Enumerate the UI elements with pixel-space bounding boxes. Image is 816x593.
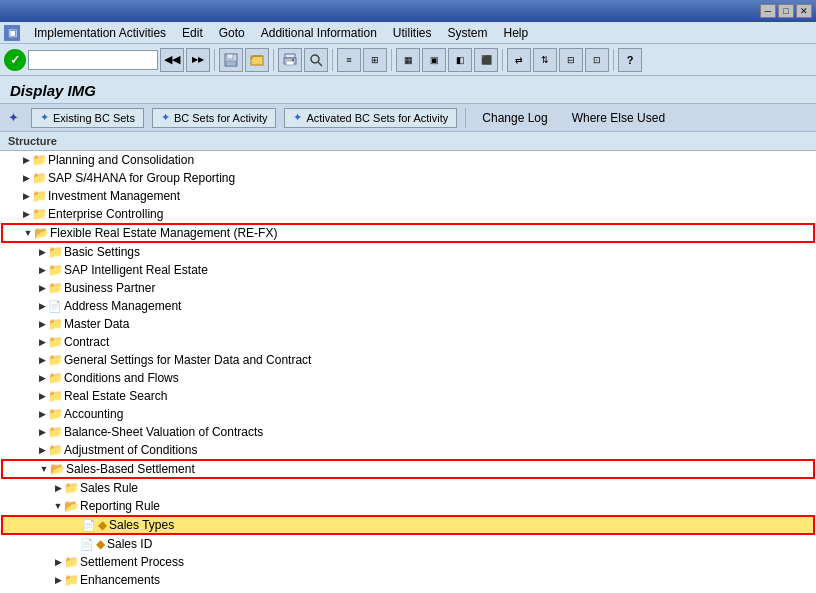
tree-item-salestypes[interactable]: 📄 ◆ Sales Types	[2, 516, 814, 534]
expand-icon: ▶	[36, 282, 48, 294]
item-label: Real Estate Search	[64, 389, 167, 403]
separator-3	[332, 49, 333, 71]
expand-icon: ▼	[22, 227, 34, 239]
where-else-used-link[interactable]: Where Else Used	[564, 111, 673, 125]
book-icon: 📂	[50, 462, 64, 476]
separator-1	[214, 49, 215, 71]
tree-item-investment[interactable]: ▶ 📁 Investment Management	[0, 187, 816, 205]
expand-icon: ▶	[20, 154, 32, 166]
book-icon: 📁	[32, 189, 46, 203]
expand-icon: ▶	[36, 336, 48, 348]
tree-item-s4hana[interactable]: ▶ 📁 SAP S/4HANA for Group Reporting	[0, 169, 816, 187]
close-btn[interactable]: ✕	[796, 4, 812, 18]
expand-icon: ▶	[36, 264, 48, 276]
book-icon: 📁	[48, 263, 62, 277]
tree-item-intelligent[interactable]: ▶ 📁 SAP Intelligent Real Estate	[0, 261, 816, 279]
bc-activity-btn[interactable]: ✦ BC Sets for Activity	[152, 108, 277, 128]
tree-item-conditions[interactable]: ▶ 📁 Conditions and Flows	[0, 369, 816, 387]
find-btn[interactable]	[304, 48, 328, 72]
tree-item-reportingrule[interactable]: ▼ 📂 Reporting Rule	[0, 497, 816, 515]
expand-icon: ▶	[36, 318, 48, 330]
menu-system[interactable]: System	[440, 24, 496, 42]
menu-help[interactable]: Help	[496, 24, 537, 42]
menu-implementation[interactable]: Implementation Activities	[26, 24, 174, 42]
tree-item-partner[interactable]: ▶ 📁 Business Partner	[0, 279, 816, 297]
tree-item-adjustment[interactable]: ▶ 📁 Adjustment of Conditions	[0, 441, 816, 459]
item-label: General Settings for Master Data and Con…	[64, 353, 311, 367]
tree-item-general[interactable]: ▶ 📁 General Settings for Master Data and…	[0, 351, 816, 369]
book-icon: 📁	[32, 153, 46, 167]
tree-item-basic[interactable]: ▶ 📁 Basic Settings	[0, 243, 816, 261]
tree-item-address[interactable]: ▶ 📄 Address Management	[0, 297, 816, 315]
svg-point-7	[292, 59, 294, 61]
print-btn[interactable]	[278, 48, 302, 72]
tree-item-enterprise[interactable]: ▶ 📁 Enterprise Controlling	[0, 205, 816, 223]
open-btn[interactable]	[245, 48, 269, 72]
btn-2[interactable]: ⊞	[363, 48, 387, 72]
tree-container[interactable]: ▶ 📁 Planning and Consolidation ▶ 📁 SAP S…	[0, 151, 816, 593]
book-icon: 📁	[48, 425, 62, 439]
nav-prev-btn[interactable]: ◀◀	[160, 48, 184, 72]
expand-icon: ▶	[36, 354, 48, 366]
save-btn[interactable]	[219, 48, 243, 72]
expand-icon: ▶	[52, 556, 64, 568]
tree-item-balance[interactable]: ▶ 📁 Balance-Sheet Valuation of Contracts	[0, 423, 816, 441]
btn-3[interactable]: ▦	[396, 48, 420, 72]
menu-goto[interactable]: Goto	[211, 24, 253, 42]
tree-item-salesrule[interactable]: ▶ 📁 Sales Rule	[0, 479, 816, 497]
menu-utilities[interactable]: Utilities	[385, 24, 440, 42]
book-icon: 📁	[32, 207, 46, 221]
maximize-btn[interactable]: □	[778, 4, 794, 18]
tree-item-search[interactable]: ▶ 📁 Real Estate Search	[0, 387, 816, 405]
expand-icon: ▼	[52, 500, 64, 512]
book-icon: 📁	[48, 335, 62, 349]
menu-additional[interactable]: Additional Information	[253, 24, 385, 42]
svg-point-8	[311, 55, 319, 63]
expand-icon: ▶	[20, 208, 32, 220]
btn-1[interactable]: ≡	[337, 48, 361, 72]
bc-activated-btn[interactable]: ✦ Activated BC Sets for Activity	[284, 108, 457, 128]
svg-rect-1	[227, 54, 233, 59]
tree-item-masterdata[interactable]: ▶ 📁 Master Data	[0, 315, 816, 333]
btn-5[interactable]: ◧	[448, 48, 472, 72]
btn-4[interactable]: ▣	[422, 48, 446, 72]
item-label: Address Management	[64, 299, 181, 313]
tree-item-planning[interactable]: ▶ 📁 Planning and Consolidation	[0, 151, 816, 169]
tree-item-accounting[interactable]: ▶ 📁 Accounting	[0, 405, 816, 423]
tree-item-salesbased[interactable]: ▼ 📂 Sales-Based Settlement	[2, 460, 814, 478]
book-icon: 📁	[64, 481, 78, 495]
tree-item-refx[interactable]: ▼ 📂 Flexible Real Estate Management (RE-…	[2, 224, 814, 242]
book-icon: 📁	[64, 573, 78, 587]
expand-icon: ▶	[20, 172, 32, 184]
main-content: Display IMG ✦ ✦ Existing BC Sets ✦ BC Se…	[0, 76, 816, 593]
tree-item-settlement[interactable]: ▶ 📁 Settlement Process	[0, 553, 816, 571]
btn-7[interactable]: ⇄	[507, 48, 531, 72]
existing-bc-sets-btn[interactable]: ✦ Existing BC Sets	[31, 108, 144, 128]
btn-8[interactable]: ⇅	[533, 48, 557, 72]
svg-rect-4	[285, 54, 295, 58]
item-label: Master Data	[64, 317, 129, 331]
expand-icon: ▶	[36, 246, 48, 258]
btn-10[interactable]: ⊡	[585, 48, 609, 72]
help-btn[interactable]: ?	[618, 48, 642, 72]
item-label: Basic Settings	[64, 245, 140, 259]
tree-item-salesid[interactable]: 📄 ◆ Sales ID	[0, 535, 816, 553]
tree-item-contract[interactable]: ▶ 📁 Contract	[0, 333, 816, 351]
command-input[interactable]	[28, 50, 158, 70]
btn-9[interactable]: ⊟	[559, 48, 583, 72]
item-label: SAP Intelligent Real Estate	[64, 263, 208, 277]
change-log-link[interactable]: Change Log	[474, 111, 555, 125]
book-icon: 📁	[32, 171, 46, 185]
item-label: Sales ID	[107, 537, 152, 551]
btn-6[interactable]: ⬛	[474, 48, 498, 72]
menu-edit[interactable]: Edit	[174, 24, 211, 42]
item-label: Conditions and Flows	[64, 371, 179, 385]
separator-5	[502, 49, 503, 71]
item-label: Enterprise Controlling	[48, 207, 163, 221]
minimize-btn[interactable]: ─	[760, 4, 776, 18]
tree-item-enhancements[interactable]: ▶ 📁 Enhancements	[0, 571, 816, 589]
item-label: Sales-Based Settlement	[66, 462, 195, 476]
svg-rect-2	[226, 61, 236, 66]
svg-line-9	[318, 62, 322, 66]
nav-next-btn[interactable]: ▶▶	[186, 48, 210, 72]
